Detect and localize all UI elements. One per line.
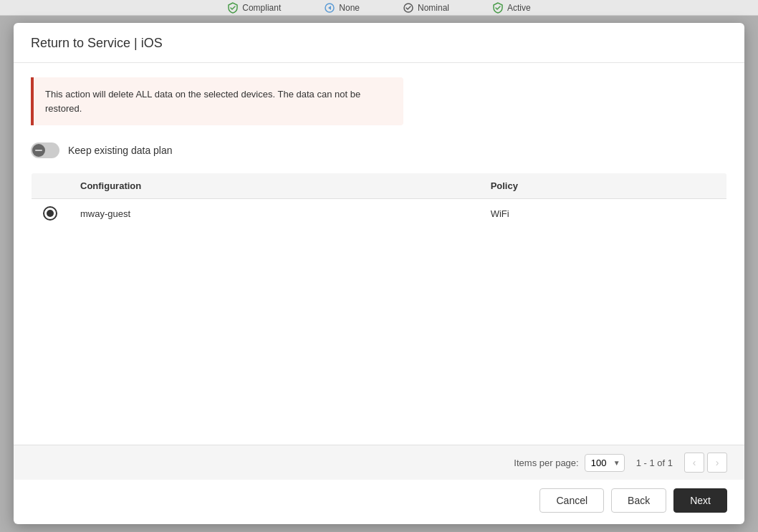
table-header-row: Configuration Policy bbox=[32, 173, 727, 199]
active-label: Active bbox=[507, 3, 531, 13]
page-info: 1 - 1 of 1 bbox=[636, 458, 673, 468]
pagination-footer: Items per page: 100 10 25 50 1 - 1 of 1 … bbox=[14, 445, 744, 480]
toggle-label: Keep existing data plan bbox=[68, 145, 173, 156]
warning-text: This action will delete ALL data on the … bbox=[45, 87, 392, 115]
toggle-thumb bbox=[32, 144, 45, 157]
modal: Return to Service | iOS This action will… bbox=[14, 23, 744, 524]
radio-inner bbox=[47, 210, 54, 217]
status-active: Active bbox=[492, 2, 531, 14]
modal-overlay: Return to Service | iOS This action will… bbox=[0, 16, 758, 532]
back-button[interactable]: Back bbox=[611, 488, 666, 513]
next-button[interactable]: Next bbox=[673, 488, 727, 513]
cancel-button[interactable]: Cancel bbox=[539, 488, 604, 513]
per-page-select[interactable]: 100 10 25 50 bbox=[585, 454, 625, 472]
modal-body: This action will delete ALL data on the … bbox=[14, 63, 744, 445]
modal-title: Return to Service | iOS bbox=[31, 36, 727, 51]
prev-page-button[interactable]: ‹ bbox=[684, 453, 704, 473]
col-header-policy: Policy bbox=[479, 173, 727, 199]
row-policy: WiFi bbox=[479, 199, 727, 228]
items-per-page-container: Items per page: 100 10 25 50 bbox=[514, 454, 624, 472]
next-page-button[interactable]: › bbox=[707, 453, 727, 473]
status-none: None bbox=[324, 2, 360, 14]
status-nominal: Nominal bbox=[403, 2, 449, 14]
nominal-icon bbox=[403, 2, 414, 14]
status-compliant: Compliant bbox=[227, 2, 281, 14]
per-page-select-wrapper[interactable]: 100 10 25 50 bbox=[585, 454, 625, 472]
items-per-page-label: Items per page: bbox=[514, 458, 578, 468]
none-label: None bbox=[339, 3, 360, 13]
active-icon bbox=[492, 2, 504, 14]
nominal-label: Nominal bbox=[418, 3, 449, 13]
pagination-nav: ‹ › bbox=[684, 453, 727, 473]
col-header-configuration: Configuration bbox=[69, 173, 479, 199]
compliant-icon bbox=[227, 2, 239, 14]
radio-button[interactable] bbox=[43, 206, 57, 221]
action-buttons-footer: Cancel Back Next bbox=[14, 480, 744, 524]
keep-data-plan-toggle[interactable] bbox=[31, 142, 59, 158]
modal-header: Return to Service | iOS bbox=[14, 23, 744, 63]
toggle-track bbox=[31, 142, 59, 158]
row-select-cell[interactable] bbox=[32, 199, 69, 228]
toggle-minus-icon bbox=[35, 150, 42, 151]
status-bar: Compliant None Nominal Active bbox=[0, 0, 758, 16]
table-row: mway-guestWiFi bbox=[32, 199, 727, 228]
none-icon bbox=[324, 2, 335, 14]
warning-box: This action will delete ALL data on the … bbox=[31, 77, 403, 125]
compliant-label: Compliant bbox=[242, 3, 281, 13]
toggle-row: Keep existing data plan bbox=[31, 142, 727, 158]
col-header-select bbox=[32, 173, 69, 199]
row-configuration: mway-guest bbox=[69, 199, 479, 228]
configuration-table: Configuration Policy mway-guestWiFi bbox=[31, 173, 727, 228]
